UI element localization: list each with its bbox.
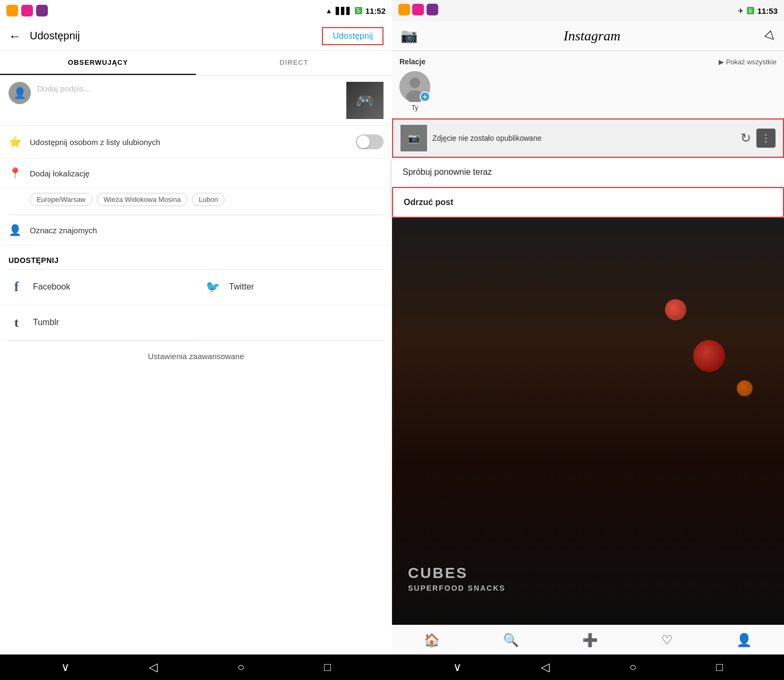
tab-direct[interactable]: DIRECT	[196, 51, 392, 75]
retry-icon[interactable]: ↻	[740, 131, 751, 146]
berry-decoration-1	[693, 340, 725, 372]
instagram-logo: Instagram	[564, 28, 620, 44]
social-share-grid: f Facebook 🐦 Twitter t Tumblr	[0, 269, 392, 341]
camera-icon[interactable]: 📷	[400, 28, 417, 44]
signal-icon: ▋▋▋	[336, 7, 352, 15]
person-icon: 👤	[8, 224, 21, 236]
feed-text-line1: CUBES	[408, 564, 506, 583]
app-icon-pink	[21, 5, 33, 16]
tumblr-label: Tumblr	[33, 318, 59, 327]
status-bar-left: ▲ ▋▋▋ 5 11:52	[0, 0, 392, 21]
status-bar-right: ✈ 6 11:53	[392, 0, 784, 21]
nav-home-left[interactable]: ○	[237, 660, 244, 674]
profile-tab-icon[interactable]: 👤	[736, 633, 752, 648]
failed-post-thumbnail: 📷	[400, 125, 427, 151]
right-panel: ✈ 6 11:53 📷 Instagram ▷ Relacje ▶ Pokaż …	[392, 0, 784, 680]
airplane-icon: ✈	[738, 7, 744, 15]
time-right: 11:53	[757, 6, 778, 15]
search-tab-icon[interactable]: 🔍	[503, 633, 519, 648]
share-confirm-button[interactable]: Udostępnij	[322, 27, 384, 45]
play-icon: ▶	[719, 58, 724, 66]
app-icon-right-pink	[412, 4, 424, 15]
facebook-share-item[interactable]: f Facebook	[0, 269, 196, 305]
home-tab-icon[interactable]: 🏠	[424, 633, 440, 648]
stories-list: + Ty	[392, 71, 784, 112]
page-title: Udostępnij	[30, 30, 322, 42]
tab-obserwujacy[interactable]: OBSERWUJĄCY	[0, 51, 196, 75]
time-left: 11:52	[365, 6, 386, 15]
add-post-tab-icon[interactable]: ➕	[582, 633, 598, 648]
feed-image: CUBES SUPERFOOD SNACKS	[392, 218, 784, 625]
avatar-placeholder: 👤	[8, 82, 31, 104]
post-options-dropdown: Spróbuj ponownie teraz Odrzuć post	[392, 158, 784, 218]
show-all-label: Pokaż wszystkie	[726, 58, 777, 66]
status-right-right: ✈ 6 11:53	[738, 6, 778, 15]
battery-icon: 5	[355, 7, 362, 14]
wifi-icon: ▲	[326, 7, 333, 15]
stories-header: Relacje ▶ Pokaż wszystkie	[392, 57, 784, 71]
app-icon-right-orange	[398, 4, 410, 15]
star-icon: ⭐	[8, 135, 21, 148]
favorites-toggle[interactable]	[356, 134, 384, 149]
tumblr-share-item[interactable]: t Tumblr	[0, 305, 196, 341]
app-icons-left	[6, 5, 48, 16]
likes-tab-icon[interactable]: ♡	[661, 633, 673, 648]
caption-input[interactable]: Dodaj podpis...	[37, 82, 340, 93]
svg-point-1	[410, 78, 420, 88]
nav-back-right[interactable]: ◁	[541, 660, 550, 674]
caption-area: 👤 Dodaj podpis... 🎮	[0, 75, 392, 126]
left-panel: ▲ ▋▋▋ 5 11:52 ← Udostępnij Udostępnij OB…	[0, 0, 392, 680]
nav-recent-left[interactable]: □	[324, 660, 331, 674]
back-button[interactable]: ←	[8, 29, 21, 44]
stories-section: Relacje ▶ Pokaż wszystkie +	[392, 51, 784, 118]
nav-home-right[interactable]: ○	[629, 660, 636, 674]
feed-image-text: CUBES SUPERFOOD SNACKS	[408, 564, 506, 593]
bottom-nav-left: ∨ ◁ ○ □	[0, 654, 392, 680]
chip-lubon[interactable]: Lubon	[192, 193, 225, 206]
tumblr-icon: t	[8, 314, 24, 330]
photo-thumbnail: 🎮	[346, 82, 384, 119]
favorites-item: ⭐ Udostępnij osobom z listy ulubionych	[0, 126, 392, 158]
advanced-settings-link[interactable]: Ustawienia zaawansowane	[0, 341, 392, 371]
failed-post-notification: 📷 Zdjęcie nie zostało opublikowane ↻ ⋮	[392, 118, 784, 158]
location-icon: 📍	[8, 167, 21, 180]
facebook-label: Facebook	[33, 282, 70, 292]
share-tabs: OBSERWUJĄCY DIRECT	[0, 51, 392, 75]
chip-mosina[interactable]: Wieża Widokowa Mosina	[97, 193, 188, 206]
discard-post-option[interactable]: Odrzuć post	[392, 187, 784, 218]
app-icon-orange	[6, 5, 18, 16]
favorites-label: Udostępnij osobom z listy ulubionych	[30, 138, 347, 147]
twitter-share-item[interactable]: 🐦 Twitter	[196, 269, 392, 305]
retry-now-option[interactable]: Spróbuj ponownie teraz	[392, 158, 784, 187]
facebook-icon: f	[8, 279, 24, 295]
stories-label: Relacje	[399, 57, 425, 66]
app-icon-purple	[36, 5, 48, 16]
direct-send-icon[interactable]: ▷	[763, 28, 779, 44]
location-chips: Europe/Warsaw Wieża Widokowa Mosina Lubo…	[0, 189, 392, 215]
tag-friends-item[interactable]: 👤 Oznacz znajomych	[0, 215, 392, 245]
feed-text-line2: SUPERFOOD SNACKS	[408, 583, 506, 593]
story-item-me[interactable]: + Ty	[399, 71, 430, 112]
battery-right: 6	[747, 7, 754, 14]
share-section-header: UDOSTĘPNIJ	[0, 245, 392, 269]
nav-chevron-left[interactable]: ∨	[61, 660, 70, 674]
top-nav: ← Udostępnij Udostępnij	[0, 21, 392, 51]
failed-post-text: Zdjęcie nie zostało opublikowane	[432, 134, 735, 142]
bottom-nav-right: ∨ ◁ ○ □	[392, 654, 784, 680]
instagram-header: 📷 Instagram ▷	[392, 21, 784, 51]
instagram-tab-bar: 🏠 🔍 ➕ ♡ 👤	[392, 625, 784, 654]
twitter-label: Twitter	[229, 282, 254, 292]
my-story-label: Ty	[412, 104, 419, 112]
nav-recent-right[interactable]: □	[716, 660, 723, 674]
app-icons-right	[398, 4, 438, 18]
nav-chevron-right[interactable]: ∨	[453, 660, 462, 674]
add-story-plus: +	[420, 91, 430, 102]
more-options-icon[interactable]: ⋮	[756, 129, 776, 148]
nav-back-left[interactable]: ◁	[149, 660, 158, 674]
status-right-left: ▲ ▋▋▋ 5 11:52	[326, 6, 386, 15]
location-item[interactable]: 📍 Dodaj lokalizację	[0, 158, 392, 189]
show-all-stories[interactable]: ▶ Pokaż wszystkie	[719, 58, 777, 66]
app-icon-right-purple	[427, 4, 438, 15]
chip-warsaw[interactable]: Europe/Warsaw	[30, 193, 92, 206]
berry-decoration-2	[665, 299, 686, 320]
